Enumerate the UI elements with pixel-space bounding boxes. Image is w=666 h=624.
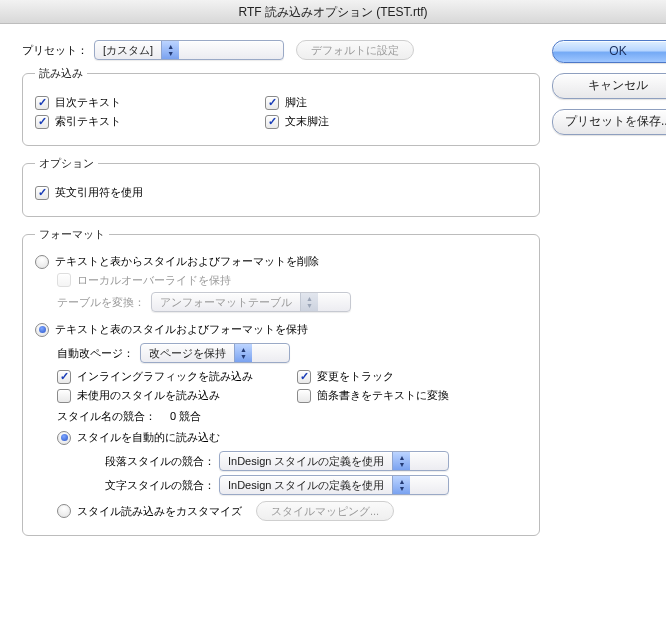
updown-icon: ▲▼ (392, 476, 410, 494)
para-conflict-select[interactable]: InDesign スタイルの定義を使用 ▲▼ (219, 451, 449, 471)
pagebreaks-value: 改ページを保持 (141, 344, 234, 362)
window-title: RTF 読み込みオプション (TEST.rtf) (0, 0, 666, 24)
updown-icon: ▲▼ (234, 344, 252, 362)
pagebreaks-label: 自動改ページ： (57, 346, 134, 361)
updown-icon: ▲▼ (161, 41, 179, 59)
preserve-local-checkbox (57, 273, 71, 287)
track-changes-label: 変更をトラック (317, 369, 394, 384)
preserve-styles-radio[interactable] (35, 323, 49, 337)
auto-import-styles-label: スタイルを自動的に読み込む (77, 430, 220, 445)
format-group: フォーマット テキストと表からスタイルおよびフォーマットを削除 ローカルオーバー… (22, 227, 540, 536)
char-conflict-value: InDesign スタイルの定義を使用 (220, 476, 392, 494)
preserve-local-label: ローカルオーバーライドを保持 (77, 273, 231, 288)
index-text-checkbox[interactable]: ✓ (35, 115, 49, 129)
remove-styles-label: テキストと表からスタイルおよびフォーマットを削除 (55, 254, 319, 269)
inline-graphics-checkbox[interactable]: ✓ (57, 370, 71, 384)
ok-button[interactable]: OK (552, 40, 666, 63)
cancel-button[interactable]: キャンセル (552, 73, 666, 99)
endnotes-checkbox[interactable]: ✓ (265, 115, 279, 129)
track-changes-checkbox[interactable]: ✓ (297, 370, 311, 384)
char-conflict-select[interactable]: InDesign スタイルの定義を使用 ▲▼ (219, 475, 449, 495)
convert-tables-label: テーブルを変換： (57, 295, 145, 310)
bullets-to-text-label: 箇条書きをテキストに変換 (317, 388, 449, 403)
auto-import-styles-radio[interactable] (57, 431, 71, 445)
customize-import-radio[interactable] (57, 504, 71, 518)
para-conflict-value: InDesign スタイルの定義を使用 (220, 452, 392, 470)
import-group: 読み込み ✓ 目次テキスト ✓ 脚注 ✓ 索引テキスト ✓ 文末脚注 (22, 66, 540, 146)
save-preset-button[interactable]: プリセットを保存... (552, 109, 666, 135)
convert-tables-select: アンフォーマットテーブル ▲▼ (151, 292, 351, 312)
remove-styles-radio[interactable] (35, 255, 49, 269)
preset-label: プリセット： (22, 43, 88, 58)
typographers-quotes-checkbox[interactable]: ✓ (35, 186, 49, 200)
options-group: オプション ✓ 英文引用符を使用 (22, 156, 540, 217)
unused-styles-checkbox[interactable] (57, 389, 71, 403)
index-text-label: 索引テキスト (55, 114, 121, 129)
preset-select-value: [カスタム] (95, 41, 161, 59)
typographers-quotes-label: 英文引用符を使用 (55, 185, 143, 200)
bullets-to-text-checkbox[interactable] (297, 389, 311, 403)
updown-icon: ▲▼ (300, 293, 318, 311)
char-conflict-label: 文字スタイルの競合： (85, 478, 215, 493)
footnotes-checkbox[interactable]: ✓ (265, 96, 279, 110)
set-default-button: デフォルトに設定 (296, 40, 414, 60)
toc-text-checkbox[interactable]: ✓ (35, 96, 49, 110)
style-conflicts-label: スタイル名の競合： (57, 409, 156, 424)
inline-graphics-label: インライングラフィックを読み込み (77, 369, 253, 384)
unused-styles-label: 未使用のスタイルを読み込み (77, 388, 220, 403)
footnotes-label: 脚注 (285, 95, 307, 110)
customize-import-label: スタイル読み込みをカスタマイズ (77, 504, 242, 519)
updown-icon: ▲▼ (392, 452, 410, 470)
endnotes-label: 文末脚注 (285, 114, 329, 129)
pagebreaks-select[interactable]: 改ページを保持 ▲▼ (140, 343, 290, 363)
toc-text-label: 目次テキスト (55, 95, 121, 110)
style-conflicts-value: 0 競合 (170, 409, 201, 424)
preset-select[interactable]: [カスタム] ▲▼ (94, 40, 284, 60)
import-legend: 読み込み (35, 66, 87, 81)
convert-tables-value: アンフォーマットテーブル (152, 293, 300, 311)
format-legend: フォーマット (35, 227, 109, 242)
para-conflict-label: 段落スタイルの競合： (85, 454, 215, 469)
style-mapping-button: スタイルマッピング... (256, 501, 394, 521)
preserve-styles-label: テキストと表のスタイルおよびフォーマットを保持 (55, 322, 308, 337)
options-legend: オプション (35, 156, 98, 171)
